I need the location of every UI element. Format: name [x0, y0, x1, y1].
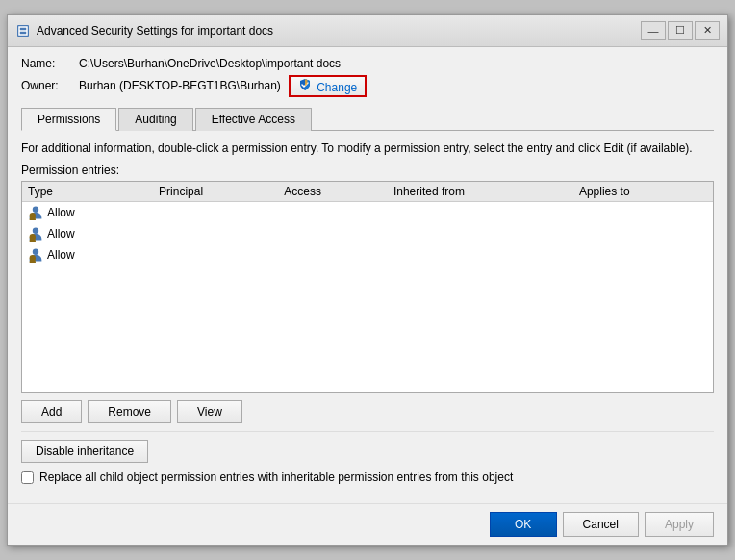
row-type-value: Allow: [47, 227, 75, 241]
window-icon: [15, 23, 31, 38]
row-type-value: Allow: [47, 206, 75, 219]
svg-point-5: [33, 228, 38, 234]
name-label: Name:: [21, 57, 79, 70]
row-applies-cell: [573, 223, 713, 244]
permission-entries-label: Permission entries:: [21, 164, 714, 177]
table-row[interactable]: Allow: [22, 202, 713, 224]
add-button[interactable]: Add: [21, 400, 82, 423]
window-title: Advanced Security Settings for important…: [37, 24, 641, 38]
window-controls: — ☐ ✕: [641, 21, 720, 40]
col-header-access: Access: [278, 182, 388, 202]
close-button[interactable]: ✕: [695, 21, 720, 40]
row-applies-cell: [573, 244, 713, 266]
svg-point-7: [33, 249, 38, 255]
tab-permissions[interactable]: Permissions: [21, 108, 116, 131]
row-access-cell: [278, 202, 388, 224]
change-button-label: Change: [317, 81, 357, 94]
tab-effective-access[interactable]: Effective Access: [195, 108, 312, 131]
permission-table-container[interactable]: Type Principal Access Inherited from App…: [21, 181, 714, 393]
replace-checkbox-label: Replace all child object permission entr…: [39, 471, 513, 484]
svg-point-3: [33, 207, 38, 213]
row-type-cell: Allow: [22, 202, 153, 224]
apply-button[interactable]: Apply: [645, 512, 714, 537]
owner-label: Owner:: [21, 79, 79, 92]
col-header-type: Type: [22, 182, 153, 202]
col-header-applies: Applies to: [573, 182, 713, 202]
table-row[interactable]: Allow: [22, 223, 713, 244]
dialog-content: Name: C:\Users\Burhan\OneDrive\Desktop\i…: [8, 47, 727, 504]
row-access-cell: [278, 244, 388, 266]
ok-button[interactable]: OK: [490, 512, 557, 537]
owner-value: Burhan (DESKTOP-BEGT1BG\Burhan): [79, 79, 281, 92]
user-icon: [28, 247, 43, 263]
row-access-cell: [278, 223, 388, 244]
shield-icon: [298, 78, 312, 91]
col-header-principal: Principal: [153, 182, 278, 202]
action-buttons: Add Remove View: [21, 400, 714, 423]
view-button[interactable]: View: [177, 400, 242, 423]
disable-inheritance-button[interactable]: Disable inheritance: [21, 440, 148, 463]
bottom-buttons: OK Cancel Apply: [8, 503, 727, 545]
tab-bar: Permissions Auditing Effective Access: [21, 107, 714, 131]
title-bar: Advanced Security Settings for important…: [8, 15, 727, 47]
row-inherited-cell: [388, 202, 573, 224]
row-inherited-cell: [388, 244, 573, 266]
replace-checkbox-row: Replace all child object permission entr…: [21, 471, 714, 484]
maximize-button[interactable]: ☐: [668, 21, 693, 40]
main-window: Advanced Security Settings for important…: [7, 14, 728, 547]
row-type-cell: Allow: [22, 223, 153, 244]
cancel-button[interactable]: Cancel: [563, 512, 639, 537]
owner-row: Owner: Burhan (DESKTOP-BEGT1BG\Burhan) C…: [21, 75, 714, 97]
remove-button[interactable]: Remove: [88, 400, 171, 423]
row-type-cell: Allow: [22, 244, 153, 266]
divider: [21, 431, 714, 432]
row-applies-cell: [573, 202, 713, 224]
change-button[interactable]: Change: [289, 75, 367, 97]
replace-checkbox[interactable]: [21, 471, 34, 484]
row-principal-cell: [153, 223, 278, 244]
minimize-button[interactable]: —: [641, 21, 666, 40]
description-text: For additional information, double-click…: [21, 140, 714, 157]
name-row: Name: C:\Users\Burhan\OneDrive\Desktop\i…: [21, 57, 714, 70]
row-type-value: Allow: [47, 248, 75, 262]
col-header-inherited: Inherited from: [388, 182, 573, 202]
user-icon: [28, 205, 43, 220]
row-principal-cell: [153, 202, 278, 224]
name-value: C:\Users\Burhan\OneDrive\Desktop\importa…: [79, 57, 341, 70]
row-principal-cell: [153, 244, 278, 266]
user-icon: [28, 226, 43, 242]
permission-table: Type Principal Access Inherited from App…: [22, 182, 713, 266]
table-row[interactable]: Allow: [22, 244, 713, 266]
table-header-row: Type Principal Access Inherited from App…: [22, 182, 713, 202]
row-inherited-cell: [388, 223, 573, 244]
tab-auditing[interactable]: Auditing: [118, 108, 192, 131]
